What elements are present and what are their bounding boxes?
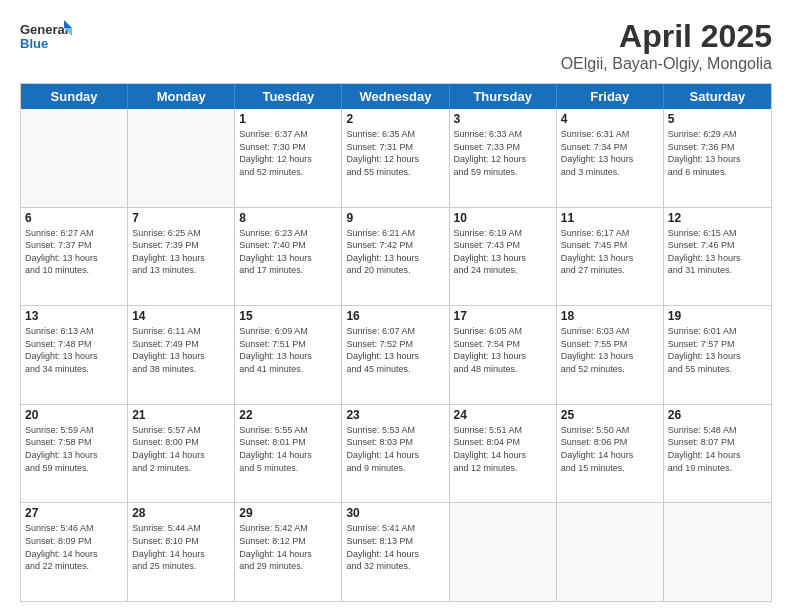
day-info: Sunrise: 6:07 AM Sunset: 7:52 PM Dayligh… xyxy=(346,325,444,375)
day-number: 22 xyxy=(239,408,337,422)
day-number: 25 xyxy=(561,408,659,422)
day-info: Sunrise: 5:42 AM Sunset: 8:12 PM Dayligh… xyxy=(239,522,337,572)
cal-cell: 15Sunrise: 6:09 AM Sunset: 7:51 PM Dayli… xyxy=(235,306,342,404)
weekday-header-friday: Friday xyxy=(557,84,664,109)
day-info: Sunrise: 6:35 AM Sunset: 7:31 PM Dayligh… xyxy=(346,128,444,178)
day-number: 11 xyxy=(561,211,659,225)
day-info: Sunrise: 5:59 AM Sunset: 7:58 PM Dayligh… xyxy=(25,424,123,474)
day-info: Sunrise: 5:44 AM Sunset: 8:10 PM Dayligh… xyxy=(132,522,230,572)
cal-cell: 29Sunrise: 5:42 AM Sunset: 8:12 PM Dayli… xyxy=(235,503,342,601)
day-info: Sunrise: 5:50 AM Sunset: 8:06 PM Dayligh… xyxy=(561,424,659,474)
day-info: Sunrise: 6:29 AM Sunset: 7:36 PM Dayligh… xyxy=(668,128,767,178)
cal-cell xyxy=(557,503,664,601)
cal-cell: 28Sunrise: 5:44 AM Sunset: 8:10 PM Dayli… xyxy=(128,503,235,601)
day-number: 17 xyxy=(454,309,552,323)
day-info: Sunrise: 6:23 AM Sunset: 7:40 PM Dayligh… xyxy=(239,227,337,277)
day-info: Sunrise: 5:48 AM Sunset: 8:07 PM Dayligh… xyxy=(668,424,767,474)
day-info: Sunrise: 6:31 AM Sunset: 7:34 PM Dayligh… xyxy=(561,128,659,178)
day-number: 30 xyxy=(346,506,444,520)
day-number: 9 xyxy=(346,211,444,225)
day-info: Sunrise: 5:53 AM Sunset: 8:03 PM Dayligh… xyxy=(346,424,444,474)
day-info: Sunrise: 6:15 AM Sunset: 7:46 PM Dayligh… xyxy=(668,227,767,277)
cal-cell: 1Sunrise: 6:37 AM Sunset: 7:30 PM Daylig… xyxy=(235,109,342,207)
day-number: 8 xyxy=(239,211,337,225)
day-info: Sunrise: 5:51 AM Sunset: 8:04 PM Dayligh… xyxy=(454,424,552,474)
cal-cell: 25Sunrise: 5:50 AM Sunset: 8:06 PM Dayli… xyxy=(557,405,664,503)
day-info: Sunrise: 6:09 AM Sunset: 7:51 PM Dayligh… xyxy=(239,325,337,375)
cal-cell: 18Sunrise: 6:03 AM Sunset: 7:55 PM Dayli… xyxy=(557,306,664,404)
cal-cell: 7Sunrise: 6:25 AM Sunset: 7:39 PM Daylig… xyxy=(128,208,235,306)
day-number: 16 xyxy=(346,309,444,323)
day-number: 12 xyxy=(668,211,767,225)
day-number: 24 xyxy=(454,408,552,422)
day-number: 21 xyxy=(132,408,230,422)
day-info: Sunrise: 5:55 AM Sunset: 8:01 PM Dayligh… xyxy=(239,424,337,474)
weekday-header-wednesday: Wednesday xyxy=(342,84,449,109)
day-number: 29 xyxy=(239,506,337,520)
cal-week-4: 27Sunrise: 5:46 AM Sunset: 8:09 PM Dayli… xyxy=(21,503,771,601)
day-info: Sunrise: 5:57 AM Sunset: 8:00 PM Dayligh… xyxy=(132,424,230,474)
day-number: 14 xyxy=(132,309,230,323)
cal-cell: 2Sunrise: 6:35 AM Sunset: 7:31 PM Daylig… xyxy=(342,109,449,207)
day-number: 3 xyxy=(454,112,552,126)
day-number: 2 xyxy=(346,112,444,126)
day-info: Sunrise: 5:41 AM Sunset: 8:13 PM Dayligh… xyxy=(346,522,444,572)
cal-cell: 21Sunrise: 5:57 AM Sunset: 8:00 PM Dayli… xyxy=(128,405,235,503)
weekday-header-tuesday: Tuesday xyxy=(235,84,342,109)
day-info: Sunrise: 6:03 AM Sunset: 7:55 PM Dayligh… xyxy=(561,325,659,375)
title-block: April 2025 OElgii, Bayan-Olgiy, Mongolia xyxy=(561,18,772,73)
day-number: 28 xyxy=(132,506,230,520)
day-number: 26 xyxy=(668,408,767,422)
cal-week-2: 13Sunrise: 6:13 AM Sunset: 7:48 PM Dayli… xyxy=(21,306,771,405)
cal-cell: 14Sunrise: 6:11 AM Sunset: 7:49 PM Dayli… xyxy=(128,306,235,404)
svg-text:General: General xyxy=(20,22,68,37)
day-number: 7 xyxy=(132,211,230,225)
cal-cell: 24Sunrise: 5:51 AM Sunset: 8:04 PM Dayli… xyxy=(450,405,557,503)
cal-cell: 12Sunrise: 6:15 AM Sunset: 7:46 PM Dayli… xyxy=(664,208,771,306)
weekday-header-monday: Monday xyxy=(128,84,235,109)
cal-cell: 9Sunrise: 6:21 AM Sunset: 7:42 PM Daylig… xyxy=(342,208,449,306)
day-info: Sunrise: 5:46 AM Sunset: 8:09 PM Dayligh… xyxy=(25,522,123,572)
day-info: Sunrise: 6:11 AM Sunset: 7:49 PM Dayligh… xyxy=(132,325,230,375)
logo: General Blue xyxy=(20,18,72,60)
calendar-body: 1Sunrise: 6:37 AM Sunset: 7:30 PM Daylig… xyxy=(21,109,771,601)
day-info: Sunrise: 6:33 AM Sunset: 7:33 PM Dayligh… xyxy=(454,128,552,178)
day-info: Sunrise: 6:27 AM Sunset: 7:37 PM Dayligh… xyxy=(25,227,123,277)
calendar: SundayMondayTuesdayWednesdayThursdayFrid… xyxy=(20,83,772,602)
day-number: 4 xyxy=(561,112,659,126)
logo-svg: General Blue xyxy=(20,18,72,60)
day-number: 27 xyxy=(25,506,123,520)
cal-cell: 30Sunrise: 5:41 AM Sunset: 8:13 PM Dayli… xyxy=(342,503,449,601)
day-number: 23 xyxy=(346,408,444,422)
cal-cell: 10Sunrise: 6:19 AM Sunset: 7:43 PM Dayli… xyxy=(450,208,557,306)
day-number: 19 xyxy=(668,309,767,323)
cal-cell: 27Sunrise: 5:46 AM Sunset: 8:09 PM Dayli… xyxy=(21,503,128,601)
cal-cell: 20Sunrise: 5:59 AM Sunset: 7:58 PM Dayli… xyxy=(21,405,128,503)
day-info: Sunrise: 6:37 AM Sunset: 7:30 PM Dayligh… xyxy=(239,128,337,178)
day-number: 6 xyxy=(25,211,123,225)
cal-week-3: 20Sunrise: 5:59 AM Sunset: 7:58 PM Dayli… xyxy=(21,405,771,504)
svg-text:Blue: Blue xyxy=(20,36,48,51)
month-year: April 2025 xyxy=(561,18,772,55)
day-number: 10 xyxy=(454,211,552,225)
day-info: Sunrise: 6:25 AM Sunset: 7:39 PM Dayligh… xyxy=(132,227,230,277)
cal-cell: 8Sunrise: 6:23 AM Sunset: 7:40 PM Daylig… xyxy=(235,208,342,306)
cal-cell: 23Sunrise: 5:53 AM Sunset: 8:03 PM Dayli… xyxy=(342,405,449,503)
day-number: 18 xyxy=(561,309,659,323)
day-number: 20 xyxy=(25,408,123,422)
day-info: Sunrise: 6:05 AM Sunset: 7:54 PM Dayligh… xyxy=(454,325,552,375)
location: OElgii, Bayan-Olgiy, Mongolia xyxy=(561,55,772,73)
weekday-header-saturday: Saturday xyxy=(664,84,771,109)
day-info: Sunrise: 6:01 AM Sunset: 7:57 PM Dayligh… xyxy=(668,325,767,375)
cal-cell xyxy=(450,503,557,601)
weekday-header-sunday: Sunday xyxy=(21,84,128,109)
calendar-header: SundayMondayTuesdayWednesdayThursdayFrid… xyxy=(21,84,771,109)
day-info: Sunrise: 6:21 AM Sunset: 7:42 PM Dayligh… xyxy=(346,227,444,277)
cal-cell xyxy=(128,109,235,207)
cal-cell xyxy=(21,109,128,207)
cal-cell: 26Sunrise: 5:48 AM Sunset: 8:07 PM Dayli… xyxy=(664,405,771,503)
day-info: Sunrise: 6:17 AM Sunset: 7:45 PM Dayligh… xyxy=(561,227,659,277)
cal-cell: 19Sunrise: 6:01 AM Sunset: 7:57 PM Dayli… xyxy=(664,306,771,404)
day-number: 5 xyxy=(668,112,767,126)
day-number: 15 xyxy=(239,309,337,323)
